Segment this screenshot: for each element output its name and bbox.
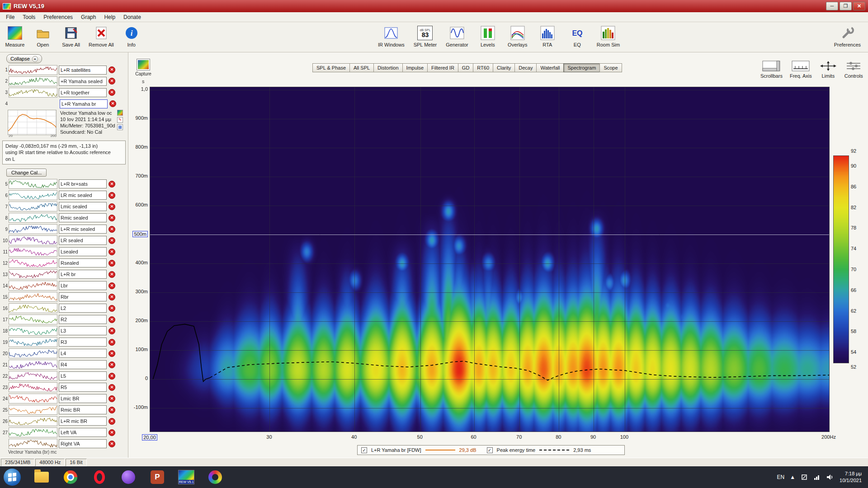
measurement-row[interactable]: 19R3✕ — [0, 337, 128, 348]
change-cal-button[interactable]: Change Cal... — [6, 169, 47, 177]
tab-spl-phase[interactable]: SPL & Phase — [312, 63, 350, 72]
measurement-thumbnail[interactable] — [9, 247, 57, 257]
spl-meter-button[interactable]: dB SPL83SPL Meter — [414, 25, 437, 47]
measurement-name-field[interactable]: L+R mic BR — [59, 417, 107, 426]
measurement-thumbnail[interactable] — [9, 224, 57, 234]
measurement-thumbnail[interactable] — [9, 314, 57, 324]
measurement-name-field[interactable]: LR mic sealed — [59, 191, 107, 200]
delete-measurement-button[interactable]: ✕ — [108, 89, 115, 96]
measurement-thumbnail[interactable] — [9, 439, 57, 449]
delete-measurement-button[interactable]: ✕ — [108, 66, 115, 73]
measurement-thumbnail[interactable] — [9, 337, 57, 347]
ir-windows-button[interactable]: IR Windows — [378, 25, 405, 47]
measurement-row[interactable]: 26L+R mic BR✕ — [0, 416, 128, 427]
measurement-name-field[interactable]: Rsealed — [59, 258, 107, 267]
measurement-row[interactable]: 21R4✕ — [0, 359, 128, 371]
tab-decay[interactable]: Decay — [514, 63, 537, 72]
measurement-row[interactable]: 11Lsealed✕ — [0, 246, 128, 258]
collapse-button[interactable]: Collapse « — [6, 54, 42, 63]
tab-scope[interactable]: Scope — [599, 63, 622, 72]
paint-app-icon[interactable] — [207, 469, 223, 485]
measurement-row[interactable]: 15Rbr✕ — [0, 291, 128, 303]
measurement-thumbnail[interactable] — [9, 269, 57, 279]
measurement-name-field[interactable]: L+R satellites — [59, 66, 107, 75]
measurement-thumbnail[interactable] — [9, 65, 57, 75]
delete-measurement-button[interactable]: ✕ — [108, 282, 115, 289]
measurement-name-field[interactable]: Left VA — [59, 428, 107, 437]
delete-measurement-button[interactable]: ✕ — [108, 361, 115, 368]
measurement-row[interactable]: 10LR sealed✕ — [0, 235, 128, 246]
menu-file[interactable]: File — [2, 13, 19, 22]
measurement-row[interactable]: 2+R Yamaha sealed✕ — [0, 75, 128, 87]
measure-button[interactable]: Measure — [5, 25, 25, 47]
measurement-name-field[interactable]: Lmic BR — [59, 394, 107, 403]
delete-measurement-button[interactable]: ✕ — [108, 441, 115, 447]
delete-measurement-button[interactable]: ✕ — [108, 373, 115, 380]
measurement-row[interactable]: 6LR mic sealed✕ — [0, 190, 128, 201]
tray-volume-icon[interactable] — [826, 474, 834, 481]
notes-pencil-icon[interactable]: ✎ — [117, 117, 123, 123]
measurement-row[interactable]: 8Rmic sealed✕ — [0, 212, 128, 224]
measurement-name-field[interactable]: L3 — [59, 326, 107, 335]
room-sim-button[interactable]: Room Sim — [597, 25, 620, 47]
measurement-thumbnail[interactable] — [9, 258, 57, 268]
controls-button[interactable]: Controls — [844, 61, 863, 79]
measurement-row[interactable]: 9L+R mic sealed✕ — [0, 224, 128, 235]
tab-all-spl[interactable]: All SPL — [349, 63, 374, 72]
start-button[interactable] — [4, 469, 21, 486]
tab-gd[interactable]: GD — [458, 63, 474, 72]
measurement-row[interactable]: 17R2✕ — [0, 314, 128, 325]
selected-measurement-row[interactable]: 4L+R Yamaha br✕ — [0, 98, 128, 109]
delete-measurement-button[interactable]: ✕ — [108, 260, 115, 267]
delete-measurement-button[interactable]: ✕ — [108, 384, 115, 391]
minimize-button[interactable]: ─ — [826, 2, 838, 10]
tab-impulse[interactable]: Impulse — [402, 63, 428, 72]
measurement-name-field[interactable]: Lsealed — [59, 247, 107, 256]
measurement-row[interactable]: 13L+R br✕ — [0, 269, 128, 280]
measurement-name-field[interactable]: Lmic sealed — [59, 202, 107, 211]
chrome-icon[interactable] — [62, 469, 79, 485]
measurement-row[interactable]: 22L5✕ — [0, 371, 128, 382]
measurement-name-field[interactable]: Rmic BR — [59, 405, 107, 414]
delete-measurement-button[interactable]: ✕ — [108, 328, 115, 334]
maximize-button[interactable]: ❐ — [840, 2, 852, 10]
overlays-button[interactable]: Overlays — [507, 25, 528, 47]
measurement-row[interactable]: 3L+R together✕ — [0, 87, 128, 98]
measurement-name-field[interactable]: L+R br — [59, 270, 107, 279]
measurement-name-field[interactable]: L4 — [59, 349, 107, 358]
tab-spectrogram[interactable]: Spectrogram — [563, 63, 600, 72]
measurement-name-field[interactable]: L+R br+sats — [59, 179, 107, 188]
delete-measurement-button[interactable]: ✕ — [108, 395, 115, 402]
remove-all-button[interactable]: Remove All — [89, 25, 114, 47]
measurement-row[interactable]: 1L+R satellites✕ — [0, 64, 128, 75]
close-button[interactable]: ✕ — [853, 2, 865, 10]
measurement-name-field[interactable]: Right VA — [59, 439, 107, 448]
delete-measurement-button[interactable]: ✕ — [108, 339, 115, 346]
eq-button[interactable]: EQEQ — [567, 25, 588, 47]
measurement-row[interactable]: 7Lmic sealed✕ — [0, 201, 128, 212]
measurement-thumbnail[interactable] — [9, 281, 57, 291]
tab-filtered-ir[interactable]: Filtered IR — [427, 63, 458, 72]
delete-measurement-button[interactable]: ✕ — [108, 192, 115, 199]
menu-preferences[interactable]: Preferences — [39, 13, 77, 22]
tray-network-icon[interactable] — [813, 474, 821, 481]
browser-purple-icon[interactable] — [120, 469, 137, 485]
tab-rt60[interactable]: RT60 — [473, 63, 493, 72]
measurement-thumbnail[interactable] — [9, 88, 57, 98]
measurement-name-field[interactable]: +R Yamaha sealed — [59, 77, 107, 86]
measurement-row[interactable]: 23R5✕ — [0, 382, 128, 393]
tab-waterfall[interactable]: Waterfall — [536, 63, 564, 72]
generator-button[interactable]: Generator — [446, 25, 468, 47]
measurement-row[interactable]: 20L4✕ — [0, 348, 128, 359]
measurement-name-field[interactable]: L2 — [59, 304, 107, 313]
measurement-name-field[interactable]: L5 — [59, 371, 107, 380]
delete-measurement-button[interactable]: ✕ — [108, 305, 115, 312]
measurement-name-field[interactable]: R2 — [59, 315, 107, 324]
measurement-thumbnail[interactable] — [9, 326, 57, 336]
measurement-name-field[interactable]: L+R mic sealed — [59, 225, 107, 234]
taskbar-clock[interactable]: 7:18 μμ 10/1/2021 — [840, 470, 862, 484]
measurement-row[interactable]: Right VA✕ — [0, 438, 128, 450]
measurement-thumbnail[interactable] — [9, 235, 57, 245]
freq-axis-button[interactable]: Freq. Axis — [790, 61, 812, 79]
measurement-name-field[interactable]: R4 — [59, 360, 107, 369]
